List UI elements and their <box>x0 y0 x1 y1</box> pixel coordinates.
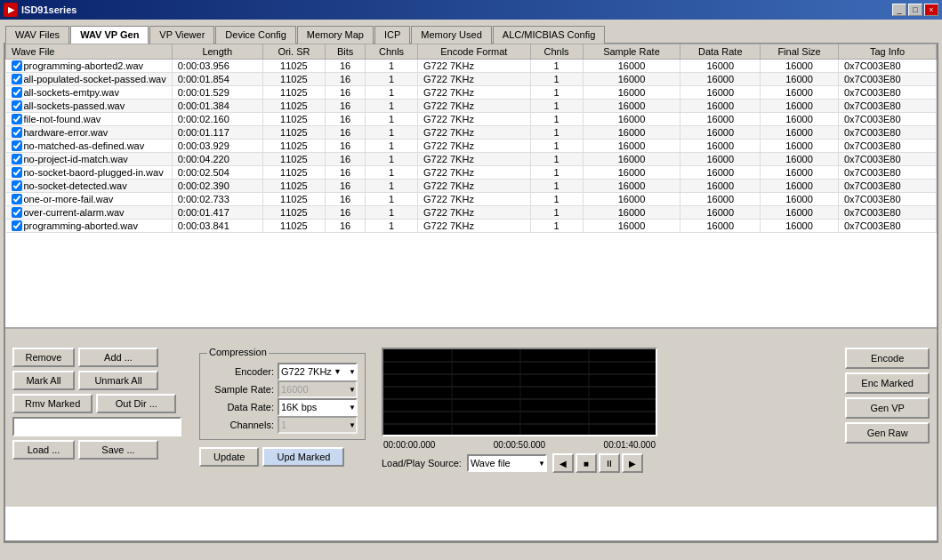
encoder-select[interactable]: G722 7KHz G711 uLaw G711 aLaw PCM <box>278 363 358 380</box>
row-filename: all-populated-socket-passed.wav <box>24 74 166 84</box>
gen-raw-button[interactable]: Gen Raw <box>845 422 930 444</box>
rmv-marked-button[interactable]: Rmv Marked <box>12 394 93 413</box>
unmark-all-button[interactable]: Unmark All <box>78 371 158 390</box>
horizontal-scrollbar[interactable] <box>5 328 937 342</box>
row-checkbox[interactable] <box>12 180 22 191</box>
row-checkbox[interactable] <box>12 207 22 218</box>
row-tag-info: 0x7C003E80 <box>839 126 937 140</box>
row-checkbox[interactable] <box>12 60 22 71</box>
table-row[interactable]: one-or-more-fail.wav 0:00:02.733 11025 1… <box>6 193 937 206</box>
tab-wav-vp-gen[interactable]: WAV VP Gen <box>70 26 149 44</box>
upd-marked-button[interactable]: Upd Marked <box>262 447 344 467</box>
row-ori-sr: 11025 <box>262 113 325 126</box>
mark-all-button[interactable]: Mark All <box>12 371 75 390</box>
minimize-button[interactable]: _ <box>892 4 906 16</box>
compression-title: Compression <box>207 347 269 357</box>
gen-vp-button[interactable]: Gen VP <box>845 397 930 419</box>
row-checkbox-cell[interactable]: over-current-alarm.wav <box>6 206 173 220</box>
play-button[interactable]: ▶ <box>622 453 643 473</box>
out-dir-button[interactable]: Out Dir ... <box>96 394 176 413</box>
pause-button[interactable]: ⏸ <box>599 453 620 473</box>
row-checkbox-cell[interactable]: programming-aborted.wav <box>6 220 173 233</box>
row-tag-info: 0x7C003E80 <box>839 86 937 100</box>
row-length: 0:00:03.929 <box>172 140 262 153</box>
tab-wav-files[interactable]: WAV Files <box>5 26 69 44</box>
row-checkbox-cell[interactable]: no-project-id-match.wav <box>6 153 173 166</box>
table-row[interactable]: programming-aborted.wav 0:00:03.841 1102… <box>6 220 937 233</box>
row-checkbox[interactable] <box>12 154 22 164</box>
tab-icp[interactable]: ICP <box>374 26 410 44</box>
row-checkbox-cell[interactable]: file-not-found.wav <box>6 113 173 126</box>
table-row[interactable]: file-not-found.wav 0:00:02.160 11025 16 … <box>6 113 937 126</box>
row-checkbox[interactable] <box>12 140 22 151</box>
table-row[interactable]: all-sockets-passed.wav 0:00:01.384 11025… <box>6 100 937 113</box>
row-encode-format: G722 7KHz <box>418 73 531 86</box>
col-header-data-rate: Data Rate <box>680 44 761 60</box>
row-checkbox-cell[interactable]: all-sockets-passed.wav <box>6 100 173 113</box>
table-row[interactable]: programming-aborted2.wav 0:00:03.956 110… <box>6 60 937 73</box>
row-checkbox[interactable] <box>12 167 22 178</box>
table-row[interactable]: no-matched-as-defined.wav 0:00:03.929 11… <box>6 140 937 153</box>
row-final-size: 16000 <box>761 193 839 206</box>
enc-marked-button[interactable]: Enc Marked <box>845 372 930 394</box>
table-row[interactable]: all-populated-socket-passed.wav 0:00:01.… <box>6 73 937 86</box>
row-checkbox[interactable] <box>12 100 22 111</box>
window-controls[interactable]: _ □ × <box>892 4 938 16</box>
row-checkbox[interactable] <box>12 114 22 124</box>
row-checkbox-cell[interactable]: no-matched-as-defined.wav <box>6 140 173 153</box>
table-row[interactable]: all-sockets-emtpy.wav 0:00:01.529 11025 … <box>6 86 937 100</box>
prev-button[interactable]: ◀ <box>552 453 574 473</box>
table-row[interactable]: no-socket-baord-plugged-in.wav 0:00:02.5… <box>6 166 937 180</box>
table-row[interactable]: no-socket-detected.wav 0:00:02.390 11025… <box>6 180 937 193</box>
row-tag-info: 0x7C003E80 <box>839 153 937 166</box>
row-checkbox[interactable] <box>12 194 22 204</box>
row-bits: 16 <box>326 206 366 220</box>
save-button[interactable]: Save ... <box>78 440 158 460</box>
row-checkbox[interactable] <box>12 87 22 98</box>
maximize-button[interactable]: □ <box>908 4 922 16</box>
table-row[interactable]: no-project-id-match.wav 0:00:04.220 1102… <box>6 153 937 166</box>
row-encode-format: G722 7KHz <box>418 126 531 140</box>
path-input[interactable] <box>12 417 181 436</box>
row-length: 0:00:01.854 <box>172 73 262 86</box>
row-checkbox-cell[interactable]: programming-aborted2.wav <box>6 60 173 73</box>
close-button[interactable]: × <box>924 4 938 16</box>
row-checkbox-cell[interactable]: all-sockets-emtpy.wav <box>6 86 173 100</box>
file-table-container[interactable]: Wave File Length Ori. SR Bits Chnls Enco… <box>5 44 937 328</box>
row-checkbox-cell[interactable]: one-or-more-fail.wav <box>6 193 173 206</box>
remove-button[interactable]: Remove <box>12 348 75 367</box>
row-bits: 16 <box>326 220 366 233</box>
bottom-panel: Remove Add ... Mark All Unmark All Rmv M… <box>5 342 937 507</box>
update-button[interactable]: Update <box>199 447 259 467</box>
row-chnls: 1 <box>366 166 418 180</box>
row-checkbox-cell[interactable]: no-socket-baord-plugged-in.wav <box>6 166 173 180</box>
load-button[interactable]: Load ... <box>12 440 75 460</box>
row-checkbox[interactable] <box>12 220 22 231</box>
row-filename: file-not-found.wav <box>24 114 101 124</box>
encode-button[interactable]: Encode <box>845 348 930 369</box>
row-checkbox-cell[interactable]: no-socket-detected.wav <box>6 180 173 193</box>
stop-button[interactable]: ■ <box>576 453 597 473</box>
tab-device-config[interactable]: Device Config <box>215 26 295 44</box>
row-chnls: 1 <box>366 153 418 166</box>
row-checkbox-cell[interactable]: all-populated-socket-passed.wav <box>6 73 173 86</box>
table-row[interactable]: hardware-error.wav 0:00:01.117 11025 16 … <box>6 126 937 140</box>
tab-memory-used[interactable]: Memory Used <box>411 26 491 44</box>
row-chnls: 1 <box>366 220 418 233</box>
row-sample-rate: 16000 <box>583 86 680 100</box>
add-button[interactable]: Add ... <box>78 348 158 367</box>
row-checkbox-cell[interactable]: hardware-error.wav <box>6 126 173 140</box>
tab-vp-viewer[interactable]: VP Viewer <box>149 26 214 44</box>
table-row[interactable]: over-current-alarm.wav 0:00:01.417 11025… <box>6 206 937 220</box>
play-source-select[interactable]: Wave file Device <box>467 454 547 472</box>
row-ori-sr: 11025 <box>262 140 325 153</box>
data-rate-select[interactable]: 16K bps 8K bps <box>278 398 358 416</box>
data-rate-label: Data Rate: <box>207 402 274 412</box>
tab-memory-map[interactable]: Memory Map <box>297 26 374 44</box>
row-checkbox[interactable] <box>12 127 22 138</box>
row-final-size: 16000 <box>761 206 839 220</box>
row-checkbox[interactable] <box>12 74 22 84</box>
compression-group: Compression Encoder: G722 7KHz G711 uLaw… <box>199 353 366 440</box>
tab-alc-micbias[interactable]: ALC/MICBIAS Config <box>493 26 606 44</box>
row-bits: 16 <box>326 166 366 180</box>
